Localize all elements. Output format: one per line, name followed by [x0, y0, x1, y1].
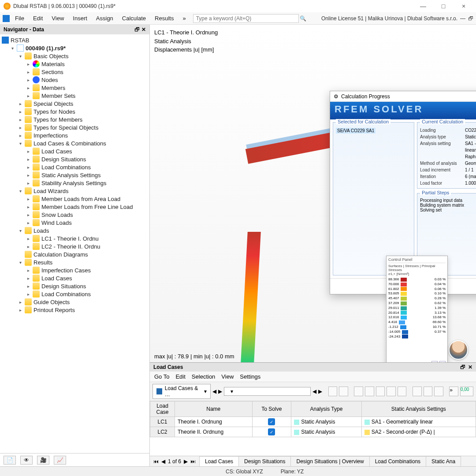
- tree-item[interactable]: ▸Member Loads from Area Load: [2, 195, 149, 203]
- tab-results-icon[interactable]: 📈: [54, 456, 66, 465]
- tab-design-situations-overview[interactable]: Design Situations | Overview: [290, 456, 369, 466]
- selected-item[interactable]: SE/VA CO229 SA1: [336, 128, 376, 134]
- navigator-tree[interactable]: RSTAB▾000490 (1).rs9*▾Basic Objects▸Mate…: [0, 34, 149, 453]
- keyword-search-input[interactable]: [193, 14, 299, 23]
- tree-item[interactable]: ▸Member Sets: [2, 92, 149, 100]
- tree-item[interactable]: ▸Types for Special Objects: [2, 123, 149, 131]
- tree-item[interactable]: ▸LC2 - Theorie II. Ordnu: [2, 242, 149, 250]
- tree-item[interactable]: ▸LC1 - Theorie I. Ordnu: [2, 234, 149, 242]
- tool-c-icon[interactable]: [354, 387, 363, 396]
- tool-precision[interactable]: 0,00: [460, 387, 473, 396]
- menu-assign[interactable]: Assign: [92, 13, 118, 23]
- tool-d-icon[interactable]: [365, 387, 374, 396]
- minimize-button[interactable]: —: [414, 0, 432, 12]
- menu-insert[interactable]: Insert: [68, 13, 92, 23]
- window-restore-icon[interactable]: —: [460, 15, 465, 22]
- tool-g-icon[interactable]: [398, 387, 407, 396]
- tree-item[interactable]: ▸Guide Objects: [2, 298, 149, 306]
- panel-close-icon[interactable]: 🗗: [468, 15, 473, 22]
- tables-category-dropdown[interactable]: Load Cases & …▾: [152, 384, 211, 399]
- tool-k-icon[interactable]: »: [449, 387, 458, 396]
- prev2-icon[interactable]: ◀: [312, 388, 316, 394]
- tables-menu-selection[interactable]: Selection: [192, 373, 215, 380]
- close-button[interactable]: ×: [455, 0, 472, 12]
- table-row[interactable]: LC1Theorie I. Ordnung✓Static AnalysisSA1…: [150, 417, 476, 427]
- tree-item[interactable]: Calculation Diagrams: [2, 250, 149, 258]
- tree-item[interactable]: ▾Basic Objects: [2, 52, 149, 60]
- tab-design-situations[interactable]: Design Situations: [238, 456, 291, 466]
- tree-item[interactable]: ▾Loads: [2, 227, 149, 234]
- table-row[interactable]: LC2Theorie II. Ordnung✓Static AnalysisSA…: [150, 427, 476, 437]
- tables-menu-edit[interactable]: Edit: [175, 373, 185, 380]
- first-page-icon[interactable]: ⏮: [153, 458, 159, 465]
- menu-calculate[interactable]: Calculate: [118, 13, 150, 23]
- panel-close-icon[interactable]: ✕: [468, 364, 472, 370]
- tree-item[interactable]: ▾Load Wizards: [2, 187, 149, 195]
- 3d-viewport[interactable]: LC1 - Theorie I. Ordnung Static Analysis…: [150, 25, 476, 362]
- tree-item[interactable]: ▸Design Situations: [2, 282, 149, 290]
- tree-item[interactable]: ▸Imperfection Cases: [2, 266, 149, 274]
- tree-item[interactable]: ▸Load Cases: [2, 274, 149, 282]
- maximize-button[interactable]: □: [435, 0, 452, 12]
- next-icon[interactable]: ▶: [218, 388, 222, 394]
- tab-load-cases[interactable]: Load Cases: [199, 456, 239, 466]
- dock-icon[interactable]: 🗗: [134, 26, 140, 33]
- tree-item[interactable]: ▸Types for Members: [2, 115, 149, 123]
- tree-item[interactable]: ▸Load Cases: [2, 147, 149, 155]
- tree-item[interactable]: ▸Materials: [2, 60, 149, 68]
- tree-item[interactable]: ▸Wind Loads: [2, 219, 149, 227]
- tree-item[interactable]: ▸Imperfections: [2, 131, 149, 139]
- tree-item[interactable]: ▸Design Situations: [2, 155, 149, 163]
- tables-menu-settings[interactable]: Settings: [240, 373, 260, 380]
- tree-item[interactable]: ▸Types for Nodes: [2, 108, 149, 115]
- tool-j-icon[interactable]: [434, 387, 443, 396]
- tree-item[interactable]: ▸Member Loads from Free Line Load: [2, 203, 149, 211]
- tree-item[interactable]: ▸Snow Loads: [2, 211, 149, 219]
- category-icon: [156, 388, 162, 394]
- tab-display-icon[interactable]: 👁: [20, 456, 33, 465]
- legend-opt1-icon[interactable]: [431, 361, 438, 362]
- next2-icon[interactable]: ▶: [318, 388, 322, 394]
- tree-item[interactable]: ▸Load Combinations: [2, 163, 149, 171]
- menu-»[interactable]: »: [178, 13, 190, 23]
- tab-views-icon[interactable]: 🎥: [37, 456, 49, 465]
- menu-edit[interactable]: Edit: [29, 13, 47, 23]
- legend-opt2-icon[interactable]: [439, 361, 446, 362]
- tree-item[interactable]: ▸Nodes: [2, 76, 149, 84]
- control-panel[interactable]: Control Panel Surfaces | Stresses | Prin…: [386, 256, 448, 362]
- next-page-icon[interactable]: ▶: [184, 458, 188, 465]
- prev-page-icon[interactable]: ◀: [161, 458, 165, 465]
- tree-item[interactable]: ▾Results: [2, 258, 149, 266]
- tree-item[interactable]: ▸Stability Analysis Settings: [2, 179, 149, 187]
- tab-load-combinations[interactable]: Load Combinations: [369, 456, 426, 466]
- tree-item[interactable]: ▸Members: [2, 84, 149, 92]
- menu-file[interactable]: File: [11, 13, 29, 23]
- tree-item[interactable]: ▸Printout Reports: [2, 306, 149, 314]
- panel-close-icon[interactable]: ✕: [141, 26, 146, 33]
- prev-icon[interactable]: ◀: [212, 388, 216, 394]
- tables-title: Load Cases: [153, 364, 183, 370]
- tab-static-ana[interactable]: Static Ana: [426, 456, 461, 466]
- tree-item[interactable]: ▾Load Cases & Combinations: [2, 139, 149, 147]
- tree-item[interactable]: ▸Load Combinations: [2, 290, 149, 298]
- tables-menu-view[interactable]: View: [221, 373, 234, 380]
- load-cases-table[interactable]: Load CaseNameTo SolveAnalysis TypeStatic…: [150, 401, 476, 456]
- tool-i-icon[interactable]: [424, 387, 433, 396]
- search-icon[interactable]: 🔍: [300, 15, 307, 22]
- tab-data-icon[interactable]: 📄: [4, 456, 16, 465]
- tool-h-icon[interactable]: [413, 387, 422, 396]
- item-dropdown[interactable]: ▾: [224, 387, 311, 396]
- tree-item[interactable]: ▸Sections: [2, 68, 149, 76]
- tree-item[interactable]: ▸Special Objects: [2, 100, 149, 108]
- user-avatar[interactable]: [449, 340, 468, 360]
- tables-menu-go to[interactable]: Go To: [154, 373, 169, 380]
- menu-results[interactable]: Results: [150, 13, 178, 23]
- tool-a-icon[interactable]: [328, 387, 338, 396]
- tool-e-icon[interactable]: [376, 387, 385, 396]
- tool-b-icon[interactable]: [339, 387, 348, 396]
- dock-icon[interactable]: 🗗: [460, 364, 465, 370]
- last-page-icon[interactable]: ⏭: [190, 458, 196, 465]
- tree-item[interactable]: ▸Static Analysis Settings: [2, 171, 149, 179]
- tool-f-icon[interactable]: [387, 387, 396, 396]
- menu-view[interactable]: View: [47, 13, 68, 23]
